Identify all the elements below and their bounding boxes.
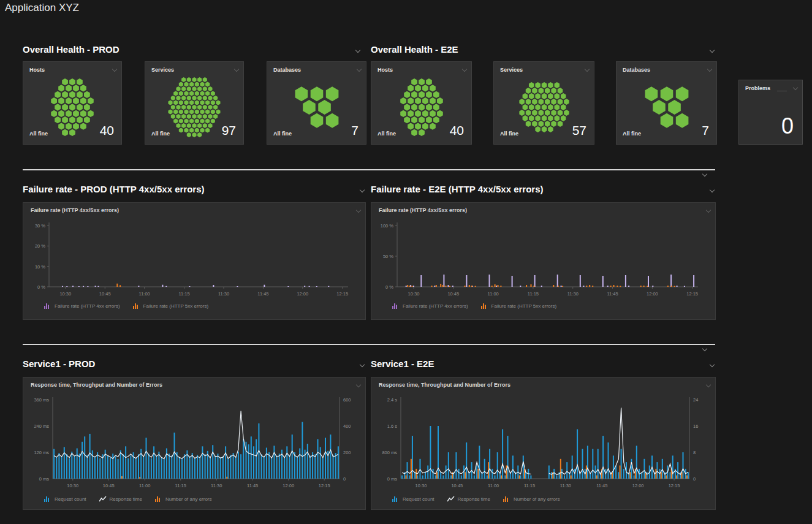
svg-text:24: 24 bbox=[693, 397, 698, 403]
line-legend-icon bbox=[99, 496, 107, 503]
row-divider bbox=[23, 344, 715, 345]
chevron-down-icon[interactable] bbox=[702, 346, 707, 352]
bars-legend-icon bbox=[392, 496, 400, 503]
chart-title: Response time, Throughput and Number of … bbox=[379, 382, 510, 388]
chevron-down-icon[interactable] bbox=[233, 67, 239, 72]
svg-text:100 %: 100 % bbox=[381, 223, 394, 229]
health-tile-services-e2e[interactable]: Services All fine 57 bbox=[493, 61, 594, 145]
svg-text:11:30: 11:30 bbox=[567, 291, 579, 297]
svg-text:12:15: 12:15 bbox=[336, 291, 348, 297]
chart-title: Failure rate (HTTP 4xx/5xx errors) bbox=[31, 207, 119, 213]
chart-title: Response time, Throughput and Number of … bbox=[31, 382, 162, 388]
svg-text:10:30: 10:30 bbox=[415, 483, 427, 488]
chevron-down-icon[interactable] bbox=[705, 208, 711, 213]
problems-tile[interactable]: Problems 0 bbox=[738, 80, 803, 145]
legend-item: Number of any errors bbox=[503, 496, 560, 503]
count-value: 97 bbox=[222, 123, 236, 138]
chart-legend: Request countResponse timeNumber of any … bbox=[392, 496, 560, 503]
chart-legend: Request countResponse timeNumber of any … bbox=[44, 496, 212, 503]
chevron-down-icon[interactable] bbox=[709, 362, 715, 368]
svg-text:0: 0 bbox=[343, 476, 346, 482]
tile-title: Databases bbox=[273, 67, 301, 73]
svg-text:11:15: 11:15 bbox=[528, 291, 539, 297]
section-title: Service1 - PROD bbox=[23, 359, 95, 369]
svg-text:50 %: 50 % bbox=[383, 254, 393, 259]
chevron-down-icon[interactable] bbox=[709, 188, 715, 193]
chevron-down-icon[interactable] bbox=[584, 67, 590, 72]
svg-text:10 %: 10 % bbox=[35, 264, 45, 270]
svg-text:1.6 s: 1.6 s bbox=[387, 423, 398, 429]
svg-text:11:00: 11:00 bbox=[139, 483, 150, 488]
svg-text:11:15: 11:15 bbox=[178, 291, 189, 297]
honeycomb-chart bbox=[621, 77, 713, 138]
chevron-down-icon[interactable] bbox=[792, 85, 798, 91]
svg-text:10:30: 10:30 bbox=[59, 291, 71, 297]
chevron-down-icon[interactable] bbox=[355, 208, 361, 213]
svg-text:0 ms: 0 ms bbox=[39, 476, 50, 482]
chevron-down-icon[interactable] bbox=[709, 48, 715, 53]
status-label: All fine bbox=[623, 131, 641, 137]
svg-text:360 ms: 360 ms bbox=[34, 397, 49, 403]
chart-tile-service1-prod[interactable]: Response time, Throughput and Number of … bbox=[23, 377, 366, 510]
svg-text:800 ms: 800 ms bbox=[382, 450, 397, 455]
legend-item: Response time bbox=[447, 496, 490, 503]
svg-text:2.4 s: 2.4 s bbox=[387, 397, 398, 403]
tile-title: Hosts bbox=[378, 67, 393, 73]
health-tile-hosts-prod[interactable]: Hosts All fine 40 bbox=[23, 61, 122, 145]
chevron-down-icon[interactable] bbox=[355, 382, 361, 388]
chevron-down-icon[interactable] bbox=[359, 362, 365, 368]
svg-text:0: 0 bbox=[693, 476, 696, 482]
health-tile-services-prod[interactable]: Services All fine 97 bbox=[145, 61, 244, 145]
svg-text:10:30: 10:30 bbox=[408, 291, 420, 297]
bars-legend-icon bbox=[155, 496, 162, 503]
svg-text:11:30: 11:30 bbox=[560, 483, 571, 488]
count-value: 7 bbox=[702, 123, 709, 138]
section-header-failure-e2e: Failure rate - E2E (HTTP 4xx/5xx errors) bbox=[371, 184, 716, 196]
legend-label: Response time bbox=[110, 496, 142, 502]
legend-item: Number of any errors bbox=[155, 496, 212, 503]
legend-label: Number of any errors bbox=[165, 496, 212, 502]
count-value: 40 bbox=[450, 123, 464, 138]
chevron-down-icon[interactable] bbox=[702, 172, 707, 177]
chart-tile-failure-e2e[interactable]: Failure rate (HTTP 4xx/5xx errors) 0 %50… bbox=[371, 202, 716, 320]
svg-text:0 %: 0 % bbox=[37, 284, 45, 290]
section-header-overall-health-e2e: Overall Health - E2E bbox=[371, 44, 716, 56]
chevron-down-icon[interactable] bbox=[112, 67, 117, 72]
health-tile-databases-e2e[interactable]: Databases All fine 7 bbox=[616, 61, 717, 145]
tile-title: Problems bbox=[745, 85, 770, 91]
section-title: Overall Health - E2E bbox=[371, 44, 458, 55]
health-tile-hosts-e2e[interactable]: Hosts All fine 40 bbox=[371, 61, 472, 145]
tile-title: Services bbox=[500, 67, 523, 73]
legend-item: Failure rate (HTTP 5xx errors) bbox=[133, 303, 209, 309]
bars-legend-icon bbox=[44, 303, 51, 309]
chart-tile-service1-e2e[interactable]: Response time, Throughput and Number of … bbox=[371, 377, 716, 510]
chart-tile-failure-prod[interactable]: Failure rate (HTTP 4xx/5xx errors) 0 %10… bbox=[23, 202, 366, 320]
chevron-down-icon[interactable] bbox=[461, 67, 467, 72]
status-label: All fine bbox=[378, 131, 396, 137]
problems-count: 0 bbox=[781, 113, 794, 139]
service1-prod-chart: 0 ms0120 ms200240 ms400360 ms60010:3010:… bbox=[23, 395, 364, 494]
svg-text:11:00: 11:00 bbox=[488, 483, 499, 488]
chevron-down-icon[interactable] bbox=[707, 67, 712, 72]
svg-text:11:00: 11:00 bbox=[139, 291, 150, 297]
chevron-down-icon[interactable] bbox=[355, 48, 360, 53]
svg-text:30 %: 30 % bbox=[35, 223, 45, 229]
svg-text:11:30: 11:30 bbox=[218, 291, 229, 297]
legend-label: Request count bbox=[403, 496, 434, 502]
svg-text:0 %: 0 % bbox=[385, 284, 393, 290]
legend-item: Failure rate (HTTP 5xx errors) bbox=[481, 303, 557, 309]
chevron-down-icon[interactable] bbox=[356, 67, 362, 72]
health-tile-databases-prod[interactable]: Databases All fine 7 bbox=[267, 61, 366, 145]
legend-label: Failure rate (HTTP 5xx errors) bbox=[143, 303, 209, 309]
svg-text:10:45: 10:45 bbox=[103, 483, 115, 488]
chevron-down-icon[interactable] bbox=[705, 382, 711, 388]
svg-text:8: 8 bbox=[693, 450, 696, 455]
chevron-down-icon[interactable] bbox=[359, 188, 365, 193]
chart-title: Failure rate (HTTP 4xx/5xx errors) bbox=[379, 207, 467, 213]
service1-e2e-chart: 0 ms0800 ms81.6 s162.4 s2410:3010:4511:0… bbox=[371, 395, 714, 494]
legend-item: Failure rate (HTTP 4xx errors) bbox=[392, 303, 468, 309]
svg-text:11:15: 11:15 bbox=[524, 483, 535, 488]
svg-text:0 ms: 0 ms bbox=[387, 476, 398, 482]
svg-text:12:00: 12:00 bbox=[632, 483, 644, 488]
dash-line bbox=[777, 91, 787, 91]
